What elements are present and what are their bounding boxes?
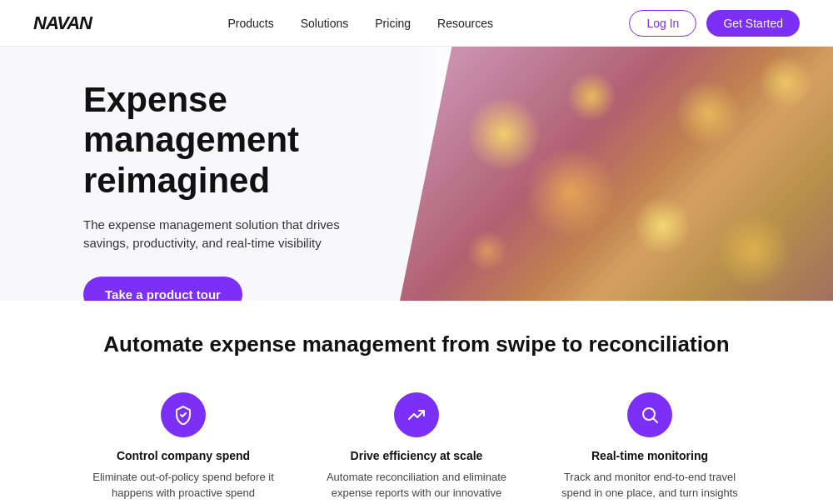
navbar: NAVAN Products Solutions Pricing Resourc… bbox=[0, 0, 833, 47]
hero-background bbox=[400, 47, 833, 301]
feature-control: Control company spend Eliminate out-of-p… bbox=[92, 392, 275, 504]
feature-efficiency: Drive efficiency at scale Automate recon… bbox=[325, 392, 508, 504]
feature-control-desc: Eliminate out-of-policy spend before it … bbox=[92, 469, 275, 504]
feature-monitoring: Real-time monitoring Track and monitor e… bbox=[558, 392, 741, 504]
efficiency-icon-wrapper bbox=[394, 392, 439, 437]
nav-actions: Log In Get Started bbox=[629, 10, 800, 37]
nav-resources[interactable]: Resources bbox=[437, 17, 493, 30]
feature-control-title: Control company spend bbox=[92, 449, 275, 462]
section-heading: Automate expense management from swipe t… bbox=[33, 331, 800, 359]
monitoring-icon-wrapper bbox=[627, 392, 672, 437]
nav-pricing[interactable]: Pricing bbox=[375, 17, 411, 30]
trending-up-icon bbox=[407, 405, 426, 425]
hero-bokeh-overlay bbox=[400, 47, 833, 301]
get-started-button[interactable]: Get Started bbox=[706, 10, 800, 37]
hero-title: Expense management reimagined bbox=[83, 80, 433, 201]
hero-subtitle: The expense management solution that dri… bbox=[83, 216, 358, 253]
hero-content: Expense management reimagined The expens… bbox=[83, 80, 433, 301]
logo: NAVAN bbox=[33, 12, 92, 34]
control-icon-wrapper bbox=[161, 392, 206, 437]
features-section: Control company spend Eliminate out-of-p… bbox=[0, 376, 833, 504]
nav-solutions[interactable]: Solutions bbox=[301, 17, 349, 30]
svg-line-1 bbox=[654, 418, 658, 422]
nav-products[interactable]: Products bbox=[227, 17, 273, 30]
search-icon bbox=[640, 405, 660, 425]
feature-monitoring-desc: Track and monitor end-to-end travel spen… bbox=[558, 469, 741, 504]
middle-section: Automate expense management from swipe t… bbox=[0, 301, 833, 376]
login-button[interactable]: Log In bbox=[629, 10, 696, 37]
feature-monitoring-title: Real-time monitoring bbox=[558, 449, 741, 462]
shield-icon bbox=[173, 405, 193, 425]
hero-section: Expense management reimagined The expens… bbox=[0, 47, 833, 301]
product-tour-button[interactable]: Take a product tour bbox=[83, 277, 242, 301]
nav-links: Products Solutions Pricing Resources bbox=[227, 17, 493, 30]
feature-efficiency-title: Drive efficiency at scale bbox=[325, 449, 508, 462]
feature-efficiency-desc: Automate reconciliation and eliminate ex… bbox=[325, 469, 508, 504]
